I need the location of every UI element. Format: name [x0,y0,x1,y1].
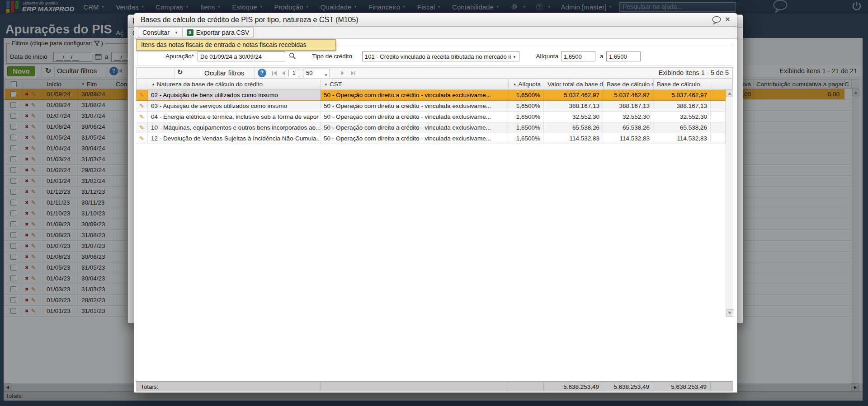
col-base-nao[interactable]: Base de cálculo não [604,79,654,89]
cell-aliquota: 1,6500% [508,122,544,133]
col-cst[interactable]: ▲CST [321,79,509,89]
cell-valor-total: 114.532,83 [544,133,603,144]
grid-row[interactable]: ✎04 - Energia elétrica e térmica, inclus… [136,112,726,122]
aliquota-from-input[interactable]: 1,6500 [561,51,595,61]
cell-filler [711,133,726,144]
comment-button[interactable] [712,16,722,26]
scroll-up-button[interactable] [726,90,733,97]
chat-bubble-icon [712,16,722,24]
showing-count: Exibindo itens 1 - 5 de 5 [658,69,729,76]
cell-base: 65.538,26 [653,122,711,133]
chevron-down-icon: ▼ [175,31,178,35]
cell-cst: 50 - Operação com direito a crédito - vi… [321,90,508,100]
row-edit-cell: ✎ [136,112,148,122]
tooltip: Itens das notas fiscais de entrada e not… [136,39,336,51]
sort-asc-icon: ▲ [151,82,155,86]
help-icon[interactable]: ? [258,69,266,77]
cell-base: 388.167,13 [653,101,711,111]
cell-natureza: 04 - Energia elétrica e térmica, inclusi… [148,112,321,122]
cell-base-nao: 5.037.462,97 [603,90,653,100]
consultar-button[interactable]: Consultar ▼ [138,28,183,37]
cell-filler [711,101,726,111]
prev-page-button[interactable] [282,71,285,75]
apuracao-label: Apuração* [152,53,194,60]
row-edit-cell: ✎ [136,90,148,100]
sort-asc-icon: ▲ [324,82,328,86]
scroll-down-button[interactable] [726,309,733,317]
cell-valor-total: 32.552,30 [544,112,603,122]
export-csv-button[interactable]: X Exportar para CSV [182,28,254,37]
cell-natureza: 12 - Devolução de Vendas Sujeitas à Inci… [148,133,321,144]
edit-icon[interactable]: ✎ [139,113,144,120]
screen: Sistema de gestão ERP MAXIPROD CRM▼Venda… [0,0,868,406]
cell-natureza: 10 - Máquinas, equipamentos e outros ben… [148,122,321,133]
search-icon[interactable] [289,52,296,61]
chevron-down-icon: ▼ [324,71,328,79]
cell-base: 114.532,83 [653,133,711,144]
m105-dialog: Bases de cálculo de crédito de PIS por t… [134,13,737,393]
dialog-titlebar[interactable]: Bases de cálculo de crédito de PIS por t… [134,13,737,27]
cell-filler [711,112,726,122]
edit-icon[interactable]: ✎ [139,103,144,109]
cell-cst: 50 - Operação com direito a crédito - vi… [321,122,508,133]
next-page-button[interactable] [341,71,344,75]
row-edit-cell: ✎ [136,133,148,144]
page-number-input[interactable]: 1 [288,69,299,77]
dialog-title: Bases de cálculo de crédito de PIS por t… [141,16,359,24]
col-valor-total[interactable]: Valor total da base d [544,79,604,89]
grid-row[interactable]: ✎02 - Aquisição de bens utilizados como … [136,90,726,101]
tipo-credito-label: Tipo de crédito [301,53,352,60]
cell-natureza: 02 - Aquisição de bens utilizados como i… [148,90,321,100]
col-aliquota[interactable]: ▲Alíquota [509,79,544,89]
cell-cst: 50 - Operação com direito a crédito - vi… [321,112,508,122]
cell-base-nao: 114.532,83 [603,133,653,144]
cell-base-nao: 65.538,26 [603,122,653,133]
grid-vertical-scrollbar[interactable] [726,90,733,317]
cell-filler [711,122,726,133]
cell-base: 5.037.462,97 [653,90,711,100]
row-edit-cell: ✎ [136,122,148,133]
aliquota-label: Alíquota [530,53,558,60]
grid-row[interactable]: ✎12 - Devolução de Vendas Sujeitas à Inc… [136,133,726,144]
col-natureza[interactable]: ▲Natureza da base de cálculo do crédito [148,79,321,89]
cell-valor-total: 65.538,26 [544,122,603,133]
grid-row[interactable]: ✎03 - Aquisição de serviços utilizados c… [136,101,726,112]
cell-filler [711,90,726,100]
grid-totals-row: Totais: 5.638.253,49 5.638.253,49 5.638.… [136,381,733,392]
cell-valor-total: 388.167,13 [544,101,603,111]
totals-valor-total: 5.638.253,49 [544,382,603,392]
refresh-icon[interactable]: ↻ [177,68,183,76]
totals-label: Totais: [136,382,321,392]
hide-filters-button[interactable]: Ocultar filtros [204,69,244,77]
apuracao-input[interactable]: De 01/09/24 a 30/09/24 [198,51,285,61]
cell-base-nao: 32.552,30 [603,112,653,122]
cell-base: 32.552,30 [653,112,711,122]
m105-grid-header: ▲Natureza da base de cálculo do crédito … [136,79,733,90]
cell-aliquota: 1,6500% [508,112,544,122]
cell-cst: 50 - Operação com direito a crédito - vi… [321,133,508,144]
aliquota-to-label: a [600,53,604,60]
grid-toolbar: ↻ Ocultar filtros ? 1 50 ▼ Exibindo iten… [136,67,733,79]
dialog-toolbar: Consultar ▼ X Exportar para CSV [134,27,737,39]
col-base[interactable]: Base de cálculo [654,79,711,89]
close-icon[interactable]: ✕ [725,15,731,23]
cell-aliquota: 1,6500% [508,133,544,144]
grid-row[interactable]: ✎10 - Máquinas, equipamentos e outros be… [136,122,726,133]
chevron-down-icon: ▼ [513,55,516,59]
cell-natureza: 03 - Aquisição de serviços utilizados co… [148,101,321,111]
row-edit-cell: ✎ [136,101,148,111]
excel-icon: X [187,29,193,36]
first-page-button[interactable] [272,71,277,75]
totals-base-nao: 5.638.253,49 [603,382,653,392]
cell-valor-total: 5.037.462,97 [544,90,603,100]
page-size-select[interactable]: 50 ▼ [303,69,330,77]
aliquota-to-input[interactable]: 1,6500 [606,51,641,61]
totals-base: 5.638.253,49 [653,382,711,392]
cell-aliquota: 1,6500% [508,90,544,100]
edit-icon[interactable]: ✎ [139,124,144,131]
edit-icon[interactable]: ✎ [139,92,144,98]
last-page-button[interactable] [351,71,355,75]
edit-icon[interactable]: ✎ [139,135,144,142]
m105-grid-rows: ✎02 - Aquisição de bens utilizados como … [136,90,726,317]
tipo-credito-select[interactable]: 101 - Crédito vinculado à receita tribut… [362,51,519,61]
